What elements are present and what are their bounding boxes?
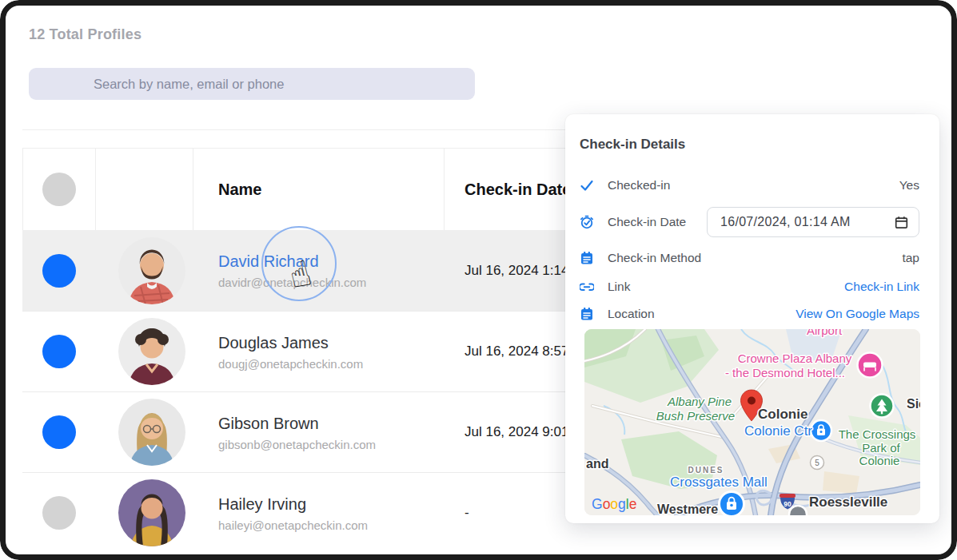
avatar-column-header: [96, 149, 193, 230]
check-icon: [580, 178, 594, 193]
map-label-crossings: Colonie: [859, 454, 900, 467]
map-label-preserve: Bush Preserve: [656, 409, 735, 423]
map-canvas[interactable]: 5 90: [584, 329, 920, 515]
detail-row-checkin-method: Check-in Method tap: [580, 248, 919, 268]
profile-name-link[interactable]: David Richard: [218, 252, 445, 271]
map-label-preserve: Albany Pine: [667, 395, 732, 408]
view-on-google-maps-link[interactable]: View On Google Maps: [796, 307, 919, 321]
map-label-siena-partial: Sie: [907, 397, 920, 411]
notes-calendar-icon: [580, 251, 594, 265]
map-label-airport: Airport: [807, 329, 843, 337]
map-label-guilderland-partial: and: [586, 457, 608, 471]
link-icon: [580, 280, 594, 294]
detail-row-link: Link Check-in Link: [580, 276, 919, 297]
profile-email: gibsonb@onetapcheckin.com: [218, 438, 445, 451]
avatar: [118, 479, 185, 546]
calendar-picker-icon[interactable]: [895, 216, 908, 229]
checkin-status-circle[interactable]: [42, 415, 76, 449]
total-profiles-count: 12 Total Profiles: [29, 26, 142, 43]
search-bar[interactable]: [29, 68, 475, 100]
detail-row-location: Location View On Google Maps: [580, 304, 919, 324]
profile-name-link[interactable]: Hailey Irving: [218, 494, 445, 514]
column-header-name: Name: [218, 181, 261, 199]
map-label-hotel: Crowne Plaza Albany: [738, 351, 852, 365]
map-label-dunes: DUNES: [688, 466, 724, 475]
checkin-link[interactable]: Check-in Link: [844, 280, 919, 294]
panel-title: Check-in Details: [580, 137, 685, 153]
map-label-roessleville: Roessleville: [809, 494, 887, 510]
gray-poi-icon[interactable]: [789, 506, 807, 515]
detail-label: Check-in Date: [608, 215, 686, 229]
search-input[interactable]: [29, 68, 475, 100]
map-label-crossgates: Crossgates Mall: [670, 475, 768, 490]
hotel-poi-icon[interactable]: [858, 353, 883, 378]
detail-label: Location: [608, 307, 655, 321]
mall-poi-icon[interactable]: [720, 492, 744, 516]
profile-email: dougj@onetapcheckin.com: [218, 357, 445, 371]
checkin-date-value: -: [465, 505, 469, 520]
detail-label: Link: [608, 280, 630, 294]
map-label-colonie-ctr: Colonie Ctr: [744, 423, 812, 439]
svg-text:Google: Google: [592, 496, 636, 512]
avatar: [118, 237, 185, 304]
profile-email: haileyi@onetapcheckin.com: [218, 518, 445, 532]
park-poi-icon[interactable]: [871, 395, 894, 418]
svg-text:90: 90: [784, 500, 792, 508]
column-header-checkin-date: Check-in Date: [465, 181, 571, 199]
detail-value: tap: [902, 251, 919, 265]
map-label-crossings: The Crossings: [839, 427, 916, 441]
detail-value: Yes: [899, 178, 919, 193]
route-5-shield: 5: [811, 456, 824, 470]
notes-calendar-icon: [580, 307, 594, 321]
checkin-status-circle[interactable]: [42, 335, 76, 368]
mall-poi-icon[interactable]: [811, 420, 831, 441]
checkin-details-panel: Check-in Details Checked-in Yes Check-in…: [565, 114, 939, 523]
detail-row-checked-in: Checked-in Yes: [580, 175, 919, 196]
profile-email: davidr@onetapcheckin.com: [218, 276, 445, 289]
checkin-date-input-wrapper[interactable]: [707, 207, 919, 237]
checkin-status-circle[interactable]: [42, 254, 76, 288]
profile-name-link[interactable]: Douglas James: [218, 333, 445, 352]
profile-name-link[interactable]: Gibson Brown: [218, 414, 445, 433]
map-label-crossings: Park of: [862, 441, 900, 455]
checkin-date-input[interactable]: [708, 208, 919, 236]
avatar: [118, 318, 185, 385]
select-all-circle[interactable]: [42, 173, 76, 206]
map-label-hotel: - the Desmond Hotel...: [725, 366, 845, 379]
svg-text:5: 5: [815, 459, 819, 467]
alarm-clock-icon: [580, 215, 594, 229]
app-window: 12 Total Profiles Name Check-in Date: [0, 0, 957, 560]
checkin-status-circle[interactable]: [42, 496, 76, 530]
detail-label: Check-in Method: [608, 251, 701, 265]
detail-label: Checked-in: [608, 178, 670, 193]
avatar: [118, 399, 185, 466]
google-map[interactable]: 5 90: [584, 329, 920, 515]
map-label-colonie: Colonie: [758, 407, 807, 422]
detail-row-checkin-date: Check-in Date: [580, 207, 919, 237]
map-label-westmere: Westmere: [657, 502, 718, 515]
google-logo: Google: [592, 496, 636, 512]
